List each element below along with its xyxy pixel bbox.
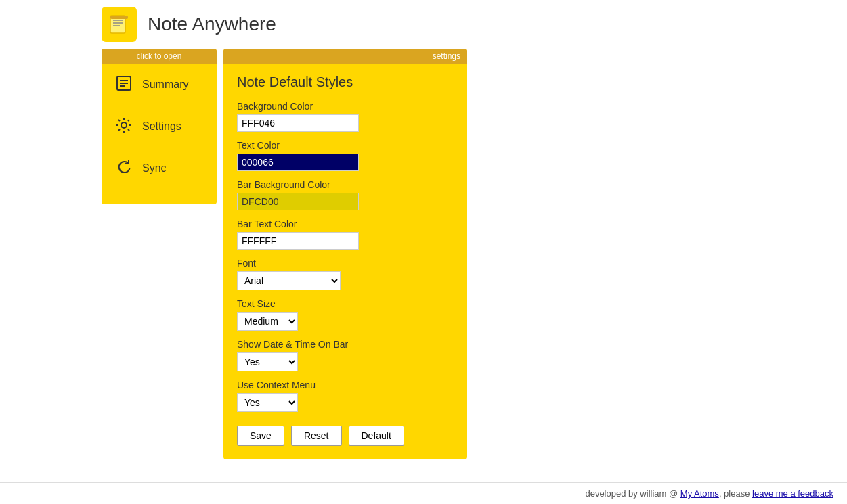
footer: developed by william @ My Atoms, please … [0,482,847,504]
sidebar-item-label: Sync [142,162,167,175]
footer-middle-text: , please [719,488,752,499]
settings-title: Note Default Styles [237,74,454,90]
settings-body: Note Default Styles Background Color Tex… [223,64,467,459]
default-button[interactable]: Default [349,426,404,446]
font-label: Font [237,258,454,269]
settings-panel: settings Note Default Styles Background … [223,49,467,459]
bar-bg-color-group: Bar Background Color [237,179,454,210]
show-datetime-group: Show Date & Time On Bar Yes No [237,339,454,371]
text-color-label: Text Color [237,140,454,151]
text-color-group: Text Color [237,140,454,171]
bar-text-color-input[interactable] [237,232,359,250]
sidebar-item-summary[interactable]: Summary [102,64,217,106]
settings-header: settings [223,49,467,64]
svg-point-9 [121,122,127,128]
font-select[interactable]: Arial Verdana Times New Roman Courier [237,271,341,290]
app-title: Note Anywhere [148,14,276,35]
text-size-label: Text Size [237,298,454,309]
text-size-group: Text Size Small Medium Large [237,298,454,331]
sidebar-item-sync[interactable]: Sync [102,147,217,189]
sidebar-item-label: Settings [142,120,181,133]
bg-color-label: Background Color [237,101,454,112]
footer-text: developed by william @ [585,488,680,499]
my-atoms-link[interactable]: My Atoms [680,488,719,499]
reset-button[interactable]: Reset [291,426,342,446]
main-content: click to open Summary Settings [0,49,847,459]
buttons-row: Save Reset Default [237,426,454,446]
sidebar-item-label: Summary [142,78,188,91]
sync-icon [115,158,133,179]
svg-rect-4 [110,16,128,19]
text-size-select[interactable]: Small Medium Large [237,312,298,331]
show-datetime-select[interactable]: Yes No [237,352,298,371]
settings-icon [115,116,133,137]
font-group: Font Arial Verdana Times New Roman Couri… [237,258,454,290]
show-datetime-label: Show Date & Time On Bar [237,339,454,350]
use-context-label: Use Context Menu [237,380,454,390]
app-icon [102,7,137,42]
bar-text-color-group: Bar Text Color [237,219,454,250]
sidebar: click to open Summary Settings [102,49,217,204]
use-context-group: Use Context Menu Yes No [237,380,454,412]
use-context-select[interactable]: Yes No [237,393,298,412]
bar-bg-color-label: Bar Background Color [237,179,454,190]
save-button[interactable]: Save [237,426,284,446]
bar-bg-color-input[interactable] [237,193,359,210]
summary-icon [115,74,133,95]
bg-color-group: Background Color [237,101,454,132]
sidebar-header: click to open [102,49,217,64]
bar-text-color-label: Bar Text Color [237,219,454,229]
bg-color-input[interactable] [237,114,359,132]
sidebar-item-settings[interactable]: Settings [102,106,217,147]
text-color-input[interactable] [237,154,359,171]
app-header: Note Anywhere [0,0,847,49]
feedback-link[interactable]: leave me a feedback [752,488,833,499]
